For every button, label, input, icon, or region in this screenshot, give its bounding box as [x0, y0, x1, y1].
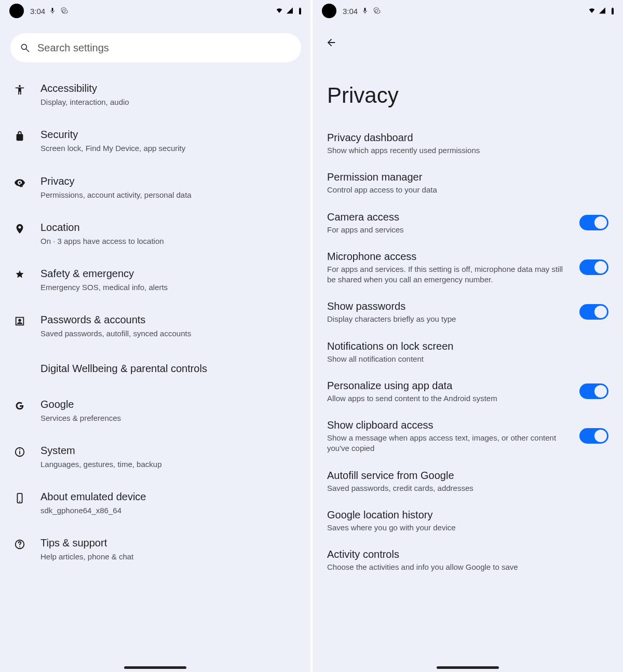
status-bar: 3:04: [0, 0, 310, 22]
privacy-item-subtitle: Show all notification content: [327, 354, 608, 364]
privacy-item-title: Camera access: [327, 210, 571, 224]
toggle-knob: [594, 385, 607, 397]
camera-cutout-icon: [9, 4, 24, 18]
status-bar: 3:04: [313, 0, 623, 22]
settings-item-subtitle: Emergency SOS, medical info, alerts: [40, 282, 298, 293]
privacy-item-title: Privacy dashboard: [327, 131, 608, 144]
search-icon: [20, 43, 30, 53]
settings-item-subtitle: Saved passwords, autofill, synced accoun…: [40, 328, 298, 339]
settings-item-title: Google: [40, 398, 298, 411]
toggle-switch[interactable]: [579, 259, 608, 275]
location-icon: [10, 221, 29, 235]
settings-item-subtitle: Display, interaction, audio: [40, 97, 298, 107]
privacy-item-subtitle: Show a message when apps access text, im…: [327, 433, 571, 454]
privacy-item-title: Autofill service from Google: [327, 469, 608, 482]
settings-item-google[interactable]: GoogleServices & preferences: [0, 388, 310, 434]
settings-item-title: Privacy: [40, 175, 298, 188]
settings-item-digital-wellbeing-parental-controls[interactable]: Digital Wellbeing & parental controls: [0, 350, 310, 388]
account-icon: [10, 313, 29, 327]
privacy-item-subtitle: For apps and services. If this setting i…: [327, 264, 571, 285]
status-clock: 3:04: [343, 7, 358, 16]
settings-item-privacy[interactable]: PrivacyPermissions, account activity, pe…: [0, 164, 310, 211]
settings-item-tips-support[interactable]: Tips & supportHelp articles, phone & cha…: [0, 526, 310, 572]
gear-status-icon: [60, 7, 68, 15]
toggle-switch[interactable]: [579, 215, 608, 230]
toggle-switch[interactable]: [579, 428, 608, 444]
toggle-switch[interactable]: [579, 304, 608, 320]
toggle-knob: [594, 261, 607, 273]
wifi-icon: [588, 7, 596, 15]
privacy-list[interactable]: Privacy dashboardShow which apps recentl…: [313, 124, 623, 600]
settings-item-title: Accessibility: [40, 82, 298, 95]
settings-item-accessibility[interactable]: AccessibilityDisplay, interaction, audio: [0, 72, 310, 118]
settings-item-title: About emulated device: [40, 490, 298, 503]
privacy-item-title: Personalize using app data: [327, 379, 571, 392]
privacy-item-subtitle: Allow apps to send content to the Androi…: [327, 393, 571, 404]
settings-item-system[interactable]: SystemLanguages, gestures, time, backup: [0, 434, 310, 480]
settings-item-subtitle: Screen lock, Find My Device, app securit…: [40, 143, 298, 154]
privacy-item-title: Microphone access: [327, 250, 571, 263]
privacy-item-subtitle: Saved passwords, credit cards, addresses: [327, 483, 608, 493]
settings-item-subtitle: On · 3 apps have access to location: [40, 236, 298, 246]
medical-icon: [10, 267, 29, 281]
mic-status-icon: [48, 7, 57, 15]
gear-status-icon: [372, 7, 381, 15]
privacy-item-permission-manager[interactable]: Permission managerControl app access to …: [313, 163, 623, 202]
privacy-item-subtitle: Saves where you go with your device: [327, 523, 608, 533]
camera-cutout-icon: [322, 4, 336, 18]
settings-item-subtitle: Help articles, phone & chat: [40, 552, 298, 562]
back-button[interactable]: [322, 33, 341, 52]
battery-icon: [296, 7, 304, 15]
privacy-item-title: Notifications on lock screen: [327, 339, 608, 353]
privacy-item-notifications-on-lock-screen[interactable]: Notifications on lock screenShow all not…: [313, 332, 623, 372]
privacy-item-subtitle: Show which apps recently used permission…: [327, 145, 608, 156]
privacy-item-show-passwords[interactable]: Show passwordsDisplay characters briefly…: [313, 292, 623, 332]
privacy-item-title: Activity controls: [327, 547, 608, 561]
settings-item-location[interactable]: LocationOn · 3 apps have access to locat…: [0, 211, 310, 257]
settings-item-passwords-accounts[interactable]: Passwords & accountsSaved passwords, aut…: [0, 303, 310, 349]
privacy-item-title: Google location history: [327, 508, 608, 522]
toggle-knob: [594, 216, 607, 229]
privacy-item-title: Permission manager: [327, 170, 608, 184]
privacy-item-autofill-service-from-google[interactable]: Autofill service from GoogleSaved passwo…: [313, 461, 623, 501]
battery-icon: [608, 7, 617, 15]
toggle-knob: [594, 430, 607, 442]
help-icon: [10, 537, 29, 550]
search-settings-input[interactable]: [37, 42, 292, 54]
settings-item-subtitle: sdk_gphone64_x86_64: [40, 505, 298, 516]
privacy-item-personalize-using-app-data[interactable]: Personalize using app dataAllow apps to …: [313, 372, 623, 411]
toggle-knob: [594, 306, 607, 318]
settings-item-subtitle: Services & preferences: [40, 413, 298, 423]
privacy-item-show-clipboard-access[interactable]: Show clipboard accessShow a message when…: [313, 411, 623, 461]
settings-list[interactable]: AccessibilityDisplay, interaction, audio…: [0, 72, 310, 594]
privacy-item-subtitle: Control app access to your data: [327, 185, 608, 195]
privacy-item-camera-access[interactable]: Camera accessFor apps and services: [313, 203, 623, 242]
privacy-item-subtitle: Display characters briefly as you type: [327, 314, 571, 324]
privacy-item-title: Show passwords: [327, 299, 571, 313]
privacy-item-activity-controls[interactable]: Activity controlsChoose the activities a…: [313, 540, 623, 580]
settings-item-title: Safety & emergency: [40, 267, 298, 280]
settings-item-title: Location: [40, 221, 298, 234]
toggle-switch[interactable]: [579, 383, 608, 399]
wifi-icon: [275, 7, 283, 15]
settings-item-about-emulated-device[interactable]: About emulated devicesdk_gphone64_x86_64: [0, 480, 310, 526]
settings-main-pane: 3:04 AccessibilityDisplay, interaction, …: [0, 0, 310, 672]
accessibility-icon: [10, 82, 29, 95]
nav-handle[interactable]: [124, 666, 186, 669]
settings-item-title: Digital Wellbeing & parental controls: [40, 360, 298, 377]
privacy-item-subtitle: Choose the activities and info you allow…: [327, 562, 608, 572]
google-icon: [10, 398, 29, 412]
settings-item-security[interactable]: SecurityScreen lock, Find My Device, app…: [0, 118, 310, 164]
lock-icon: [10, 128, 29, 142]
privacy-pane: 3:04 Privacy Privacy dashboardShow which…: [313, 0, 623, 672]
privacy-item-google-location-history[interactable]: Google location historySaves where you g…: [313, 501, 623, 540]
search-settings-bar[interactable]: [10, 33, 301, 62]
settings-item-safety-emergency[interactable]: Safety & emergencyEmergency SOS, medical…: [0, 257, 310, 303]
nav-handle[interactable]: [437, 666, 499, 669]
settings-item-title: Passwords & accounts: [40, 313, 298, 326]
settings-item-title: Tips & support: [40, 537, 298, 550]
privacy-item-privacy-dashboard[interactable]: Privacy dashboardShow which apps recentl…: [313, 124, 623, 163]
privacy-item-microphone-access[interactable]: Microphone accessFor apps and services. …: [313, 242, 623, 293]
privacy-item-subtitle: For apps and services: [327, 225, 571, 235]
device-icon: [10, 490, 29, 504]
